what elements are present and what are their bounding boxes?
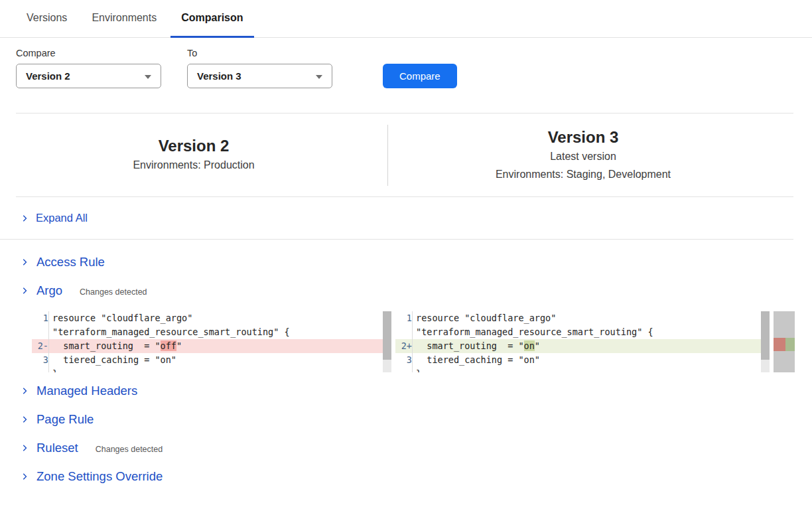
compare-to-select[interactable]: Version 3 bbox=[187, 64, 332, 88]
section-label: Zone Settings Override bbox=[36, 469, 163, 484]
left-version-title: Version 2 bbox=[0, 136, 387, 156]
section-page-rule[interactable]: Page Rule bbox=[20, 411, 812, 427]
compare-controls: Compare Version 2 To Version 3 Compare bbox=[16, 48, 812, 88]
chevron-right-icon bbox=[20, 443, 29, 453]
compare-from-field: Compare Version 2 bbox=[16, 48, 161, 88]
diff-overview-ruler bbox=[774, 311, 795, 372]
compare-from-label: Compare bbox=[16, 48, 161, 58]
section-access-rule[interactable]: Access Rule bbox=[20, 254, 812, 270]
diff-line: 3 tiered_caching = "on" bbox=[395, 353, 770, 367]
chevron-down-icon bbox=[145, 75, 151, 79]
diff-line: 3 tiered_caching = "on" bbox=[32, 353, 391, 367]
left-version-header: Version 2 Environments: Production bbox=[0, 136, 387, 174]
chevron-down-icon bbox=[316, 75, 322, 79]
diff-line-removed: 2- smart_routing = "off" bbox=[32, 339, 391, 353]
chevron-right-icon bbox=[20, 415, 29, 424]
chevron-right-icon bbox=[20, 286, 29, 295]
section-managed-headers[interactable]: Managed Headers bbox=[20, 383, 812, 399]
scrollbar-thumb[interactable] bbox=[383, 311, 391, 360]
diff-panel-left: 1resource "cloudflare_argo" "terraform_m… bbox=[32, 311, 391, 372]
ruler-added-marker bbox=[785, 338, 795, 351]
tab-comparison[interactable]: Comparison bbox=[170, 0, 253, 38]
expand-all-button[interactable]: Expand All bbox=[0, 197, 793, 240]
section-zone-settings-override[interactable]: Zone Settings Override bbox=[20, 469, 812, 485]
compare-to-label: To bbox=[187, 48, 332, 58]
diff-panel-right: 1resource "cloudflare_argo" "terraform_m… bbox=[395, 311, 770, 372]
expand-all-label: Expand All bbox=[36, 212, 88, 224]
argo-diff: 1resource "cloudflare_argo" "terraform_m… bbox=[32, 311, 812, 372]
changes-detected-badge: Changes detected bbox=[96, 443, 163, 454]
diff-line-wrap: "terraform_managed_resource_smart_routin… bbox=[32, 325, 391, 339]
compare-to-value: Version 3 bbox=[197, 70, 241, 82]
diff-line: 1resource "cloudflare_argo" bbox=[395, 311, 770, 325]
comparison-header: Version 2 Environments: Production Versi… bbox=[0, 113, 812, 196]
right-version-environments: Environments: Staging, Development bbox=[388, 165, 778, 183]
chevron-right-icon bbox=[20, 386, 29, 396]
removed-word: off bbox=[161, 340, 176, 351]
scrollbar[interactable] bbox=[761, 311, 770, 372]
compare-from-select[interactable]: Version 2 bbox=[16, 64, 161, 88]
left-version-environments: Environments: Production bbox=[0, 156, 387, 174]
diff-line: 1resource "cloudflare_argo" bbox=[32, 311, 391, 325]
diff-line: } bbox=[395, 367, 770, 372]
section-list: Access Rule Argo Changes detected 1resou… bbox=[0, 240, 812, 485]
tab-versions[interactable]: Versions bbox=[16, 0, 78, 38]
compare-from-value: Version 2 bbox=[26, 70, 70, 82]
section-label: Argo bbox=[36, 283, 62, 298]
section-label: Ruleset bbox=[36, 441, 78, 455]
section-label: Page Rule bbox=[36, 412, 94, 427]
right-version-note: Latest version bbox=[388, 147, 778, 165]
ruler-removed-marker bbox=[774, 338, 785, 351]
tab-environments[interactable]: Environments bbox=[81, 0, 167, 38]
section-label: Managed Headers bbox=[36, 384, 137, 398]
diff-line-wrap: "terraform_managed_resource_smart_routin… bbox=[395, 325, 770, 339]
compare-button[interactable]: Compare bbox=[383, 64, 457, 88]
changes-detected-badge: Changes detected bbox=[80, 285, 147, 297]
diff-line-added: 2+ smart_routing = "on" bbox=[395, 339, 770, 353]
section-label: Access Rule bbox=[36, 255, 105, 269]
chevron-right-icon bbox=[20, 472, 29, 481]
added-word: on bbox=[524, 340, 535, 351]
section-argo[interactable]: Argo Changes detected bbox=[20, 283, 812, 299]
section-ruleset[interactable]: Ruleset Changes detected bbox=[20, 440, 812, 456]
diff-line: } bbox=[32, 367, 391, 372]
right-version-header: Version 3 Latest version Environments: S… bbox=[388, 127, 778, 183]
chevron-right-icon bbox=[20, 214, 29, 223]
scrollbar[interactable] bbox=[383, 311, 391, 372]
scrollbar-thumb[interactable] bbox=[761, 311, 770, 360]
chevron-right-icon bbox=[20, 258, 29, 267]
right-version-title: Version 3 bbox=[388, 127, 778, 147]
compare-to-field: To Version 3 bbox=[187, 48, 332, 88]
tab-bar: Versions Environments Comparison bbox=[0, 0, 812, 38]
